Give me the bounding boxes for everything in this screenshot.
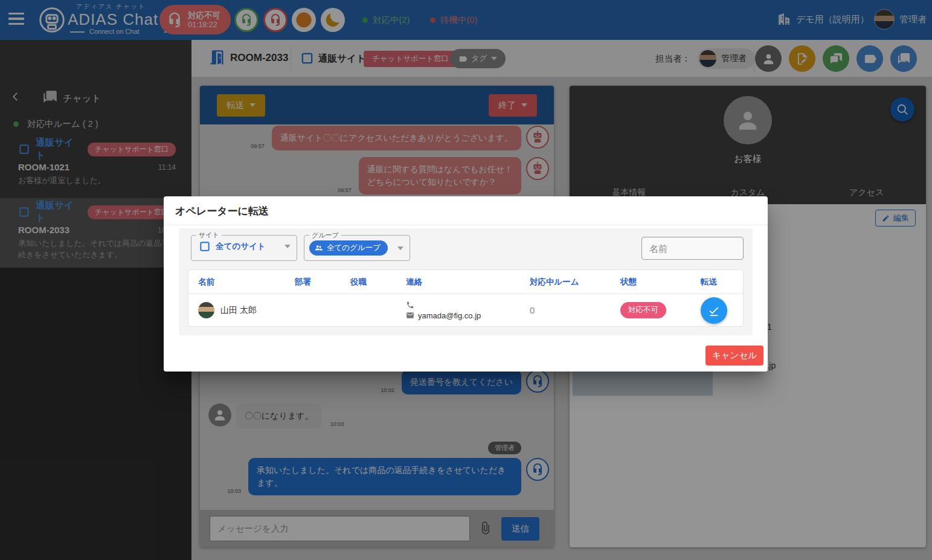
site-select[interactable]: サイト 全てのサイト <box>191 231 297 261</box>
operator-active-rooms: 0 <box>530 305 620 315</box>
email-row: yamada@fig.co.jp <box>406 311 530 321</box>
phone-row <box>406 300 530 311</box>
col-status: 状態 <box>620 277 701 288</box>
group-select[interactable]: グループ 全てのグループ <box>304 231 410 261</box>
operator-table: 名前 部署 役職 連絡 対応中ルーム 状態 転送 山田 太郎 <box>188 269 744 327</box>
modal-title: オペレーターに転送 <box>164 196 768 225</box>
phone-icon <box>406 301 414 309</box>
operator-name-search-input[interactable] <box>641 237 744 260</box>
col-contact: 連絡 <box>406 277 530 288</box>
col-role: 役職 <box>350 277 406 288</box>
group-select-label: グループ <box>309 231 341 240</box>
operator-status-badge: 対応不可 <box>620 302 666 318</box>
operator-name: 山田 太郎 <box>220 305 257 316</box>
operator-email: yamada@fig.co.jp <box>418 311 481 320</box>
operator-avatar <box>198 302 214 318</box>
site-checkbox-icon <box>199 240 211 253</box>
col-department: 部署 <box>295 277 350 288</box>
site-select-value: 全てのサイト <box>216 241 266 252</box>
operator-table-row: 山田 太郎 yamada@fig.co.jp 0 対応不可 <box>188 294 743 326</box>
group-select-value: 全てのグループ <box>327 243 381 253</box>
chevron-down-icon <box>284 245 291 248</box>
chevron-down-icon <box>397 246 403 250</box>
app-root: アディアス チャット ADIAS Chat Connect on Chat 対応… <box>0 0 932 560</box>
cancel-button[interactable]: キャンセル <box>705 346 763 365</box>
confirm-transfer-button[interactable] <box>701 297 727 324</box>
col-active-rooms: 対応中ルーム <box>530 277 620 288</box>
modal-filter-panel: サイト 全てのサイト グループ 全てのグループ <box>179 228 753 335</box>
check-icon <box>707 304 721 317</box>
group-chip: 全てのグループ <box>309 240 388 256</box>
group-icon <box>314 243 323 253</box>
email-icon <box>406 311 414 320</box>
transfer-operator-modal: オペレーターに転送 サイト 全てのサイト グループ 全てのグループ <box>164 196 768 372</box>
site-select-label: サイト <box>196 231 222 240</box>
operator-table-header: 名前 部署 役職 連絡 対応中ルーム 状態 転送 <box>188 270 743 294</box>
col-name: 名前 <box>198 277 295 288</box>
col-transfer: 転送 <box>701 277 733 288</box>
